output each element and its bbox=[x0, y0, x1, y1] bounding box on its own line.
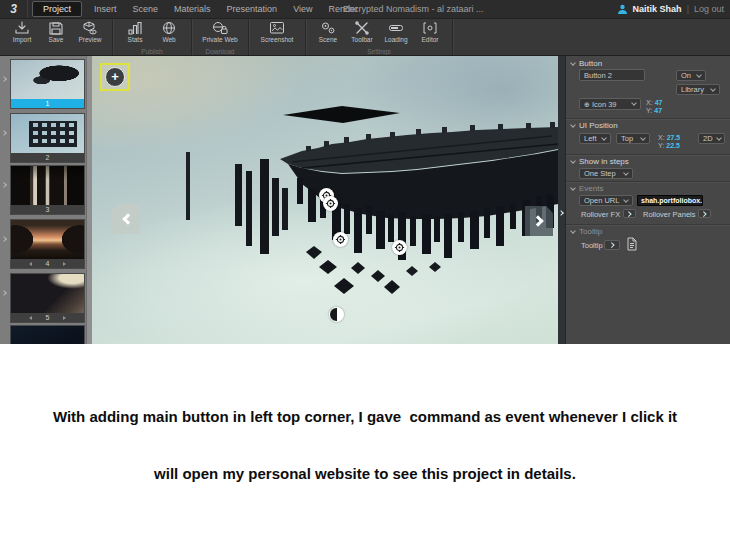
section-header-show-in-steps[interactable]: Show in steps bbox=[571, 157, 629, 166]
tooltip-note-icon[interactable] bbox=[626, 237, 638, 251]
hotspot-button[interactable] bbox=[323, 196, 338, 211]
slide-number-bar: 2 bbox=[10, 153, 85, 163]
slide-image bbox=[10, 325, 85, 344]
library-dropdown[interactable]: Library bbox=[676, 84, 720, 95]
chevron-right-icon bbox=[532, 215, 543, 226]
chevron-down-icon bbox=[640, 135, 646, 141]
menu-scene[interactable]: Scene bbox=[125, 2, 167, 16]
chevron-right-icon bbox=[1, 182, 7, 188]
slide-thumbnail-6[interactable] bbox=[10, 325, 85, 344]
state-dropdown[interactable]: On bbox=[676, 70, 706, 81]
loading-settings-button[interactable]: Loading bbox=[379, 21, 413, 46]
chevron-down-icon bbox=[570, 122, 576, 128]
slide-thumbnail-4[interactable]: 4 bbox=[10, 219, 85, 269]
vertical-anchor-dropdown[interactable]: Top bbox=[616, 133, 650, 144]
user-icon bbox=[617, 4, 628, 15]
scene-settings-button[interactable]: Scene bbox=[311, 21, 345, 46]
toolbar-item-label: Preview bbox=[78, 36, 101, 43]
import-button[interactable]: Import bbox=[5, 21, 39, 46]
hotspot-button[interactable] bbox=[333, 232, 348, 247]
rollover-panels-label: Rollover Panels bbox=[643, 210, 696, 219]
chevron-down-icon bbox=[570, 185, 576, 191]
stats-button[interactable]: Stats bbox=[118, 21, 152, 46]
slide-number-bar: 5 bbox=[10, 313, 85, 323]
reorder-right-icon[interactable] bbox=[63, 316, 66, 320]
rollover-panels-button[interactable] bbox=[698, 209, 711, 218]
user-name[interactable]: Naitik Shah bbox=[633, 4, 682, 14]
slide-number-bar: 1 bbox=[10, 99, 85, 109]
save-icon bbox=[48, 21, 64, 35]
chevron-right-icon bbox=[1, 290, 7, 296]
toolbar-item-label: Screenshot bbox=[261, 36, 294, 43]
chevron-right-icon bbox=[627, 211, 632, 216]
reorder-left-icon[interactable] bbox=[29, 316, 32, 320]
slide-thumbnail-2[interactable]: 2 bbox=[10, 113, 85, 163]
next-step-button[interactable] bbox=[525, 206, 553, 236]
position-y-value: Y:22.5 bbox=[658, 142, 680, 149]
section-header-ui-position[interactable]: UI Position bbox=[571, 121, 618, 130]
add-button-highlighted[interactable]: + bbox=[100, 63, 130, 91]
section-header-button[interactable]: Button bbox=[571, 59, 602, 68]
event-url-input[interactable]: shah.portfoliobox.me bbox=[637, 195, 703, 206]
slide-thumbnail-3[interactable]: 3 bbox=[10, 165, 85, 215]
icon-dropdown[interactable]: ⊕Icon 39 bbox=[579, 98, 641, 110]
caption-line-2: will open my personal website to see thi… bbox=[0, 464, 730, 483]
slide-image bbox=[10, 219, 85, 259]
menu-insert[interactable]: Insert bbox=[86, 2, 125, 16]
toolbar-settings-button[interactable]: Toolbar bbox=[345, 21, 379, 46]
reorder-right-icon[interactable] bbox=[63, 262, 66, 266]
button-name-input[interactable]: Button 2 bbox=[579, 69, 645, 81]
toolbar-group-screenshot: Screenshot bbox=[249, 19, 306, 55]
previous-step-button[interactable] bbox=[112, 204, 140, 234]
toolbar-item-label: Scene bbox=[319, 36, 337, 43]
app-window: 3 Project Insert Scene Materials Present… bbox=[0, 0, 730, 343]
chevron-down-icon bbox=[696, 72, 702, 78]
viewport-3d[interactable]: + bbox=[92, 56, 558, 344]
panel-toggle-chevron-icon[interactable] bbox=[558, 210, 564, 216]
toolbar-item-label: Web bbox=[162, 36, 175, 43]
logout-link[interactable]: Log out bbox=[694, 4, 724, 14]
gear-hotspot-icon bbox=[392, 240, 407, 255]
slide-thumbnail-1[interactable]: 1 bbox=[10, 59, 85, 109]
web-button[interactable]: Web bbox=[152, 21, 186, 46]
reorder-left-icon[interactable] bbox=[29, 262, 32, 266]
preview-button[interactable]: Preview bbox=[73, 21, 107, 46]
toolbar-item-label: Editor bbox=[422, 36, 439, 43]
toolbar-group-label: Download bbox=[192, 48, 248, 55]
menu-project[interactable]: Project bbox=[32, 1, 82, 17]
event-action-dropdown[interactable]: Open URL bbox=[579, 195, 633, 206]
menu-materials[interactable]: Materials bbox=[166, 2, 219, 16]
caption: With adding main button in left top corn… bbox=[0, 369, 730, 521]
private-web-button[interactable]: Private Web bbox=[197, 21, 243, 46]
main-area: 1 2 3 4 bbox=[0, 55, 730, 343]
slide-image bbox=[10, 273, 85, 313]
toolbar-item-label: Import bbox=[13, 36, 31, 43]
chevron-down-icon bbox=[570, 158, 576, 164]
tooltip-button[interactable] bbox=[604, 240, 620, 250]
rollover-fx-button[interactable] bbox=[623, 209, 636, 218]
menu-view[interactable]: View bbox=[285, 2, 320, 16]
toolbar-item-label: Stats bbox=[128, 36, 143, 43]
slide-thumbnail-5[interactable]: 5 bbox=[10, 273, 85, 323]
hotspot-button-half[interactable] bbox=[329, 307, 344, 322]
web-icon bbox=[161, 21, 177, 35]
section-header-events[interactable]: Events bbox=[571, 184, 603, 193]
toolbar-item-label: Save bbox=[49, 36, 64, 43]
toolbar-item-label: Loading bbox=[384, 36, 407, 43]
hotspot-button[interactable] bbox=[392, 240, 407, 255]
screenshot-icon bbox=[269, 21, 285, 35]
screenshot-button[interactable]: Screenshot bbox=[254, 21, 300, 46]
menu-presentation[interactable]: Presentation bbox=[219, 2, 286, 16]
toolbar-item-label: Toolbar bbox=[351, 36, 372, 43]
editor-settings-button[interactable]: Editor bbox=[413, 21, 447, 46]
gear-hotspot-icon bbox=[333, 232, 348, 247]
horizontal-anchor-dropdown[interactable]: Left bbox=[579, 133, 611, 144]
editor-icon bbox=[422, 21, 438, 35]
page: 3 Project Insert Scene Materials Present… bbox=[0, 0, 730, 548]
chevron-right-icon bbox=[1, 76, 7, 82]
mode-dropdown[interactable]: 2D bbox=[698, 133, 725, 144]
save-button[interactable]: Save bbox=[39, 21, 73, 46]
icon-x-value: X:47 bbox=[646, 99, 662, 106]
steps-dropdown[interactable]: One Step bbox=[579, 168, 633, 179]
section-header-tooltip[interactable]: Tooltip bbox=[571, 227, 602, 236]
